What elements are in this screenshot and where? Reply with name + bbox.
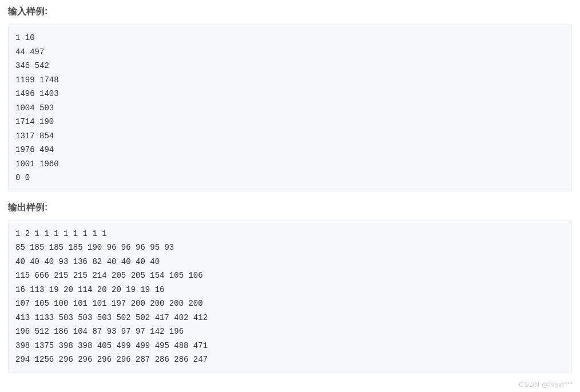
watermark-text: CSDN @Next*** xyxy=(519,381,573,389)
input-example-heading: 输入样例: xyxy=(8,6,572,18)
input-example-code: 1 10 44 497 346 542 1199 1748 1496 1403 … xyxy=(8,25,572,191)
output-example-heading: 输出样例: xyxy=(8,202,572,214)
output-example-code: 1 2 1 1 1 1 1 1 1 1 85 185 185 185 190 9… xyxy=(8,221,572,373)
